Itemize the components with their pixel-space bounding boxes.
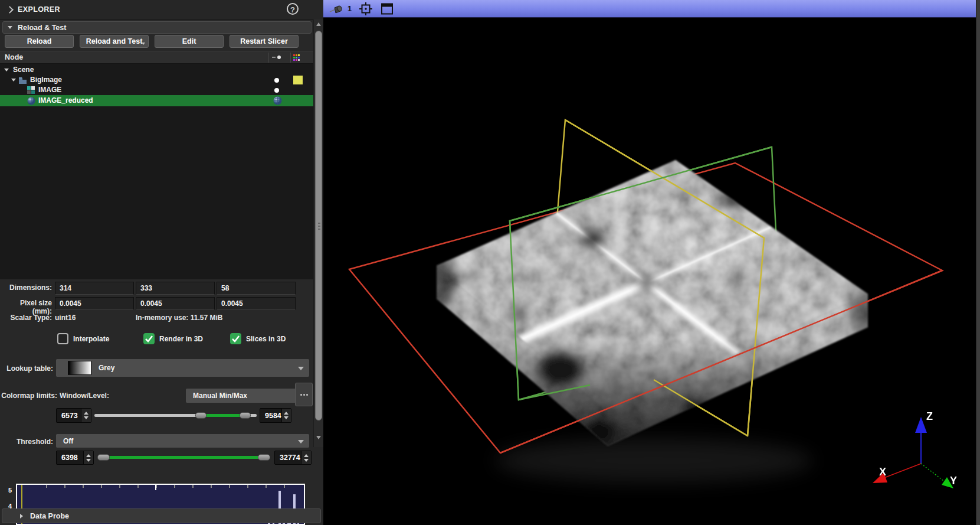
spin-down-icon[interactable]: [84, 416, 89, 419]
dimension-z-field[interactable]: 58: [217, 282, 296, 295]
chevron-down-icon: [298, 367, 304, 370]
spin-buttons[interactable]: [81, 409, 91, 422]
node-color-swatch[interactable]: [293, 76, 303, 84]
window-level-label: Window/Level:: [60, 392, 130, 400]
reload-test-section-header[interactable]: Reload & Test: [2, 21, 312, 34]
panel-title: EXPLORER: [18, 5, 60, 14]
slider-handle-max[interactable]: [258, 454, 270, 461]
slider-active-range[interactable]: [201, 414, 245, 417]
pixel-size-label: Pixel size (mm):: [0, 299, 52, 315]
spin-up-icon[interactable]: [284, 412, 289, 415]
render-in-3d-checkbox[interactable]: [143, 333, 155, 344]
scalar-type-value: uint16: [55, 314, 102, 322]
data-probe-section-header[interactable]: Data Probe: [2, 508, 321, 523]
spin-buttons[interactable]: [281, 409, 291, 422]
expand-triangle-icon: [20, 514, 23, 519]
threshold-mode-combobox[interactable]: Off: [56, 434, 309, 448]
restart-slicer-button[interactable]: Restart Slicer: [230, 35, 299, 48]
reload-button[interactable]: Reload: [5, 35, 74, 48]
more-options-button[interactable]: [295, 383, 313, 406]
pixel-size-z-field[interactable]: 0.0045: [217, 297, 296, 310]
crosshair-icon[interactable]: [359, 2, 373, 16]
node-column-label: Node: [5, 53, 23, 61]
3d-viewport[interactable]: 1: [323, 0, 976, 525]
interpolate-label: Interpolate: [73, 335, 109, 343]
pixel-size-y-field[interactable]: 0.0045: [136, 297, 215, 310]
folder-icon: [18, 76, 27, 84]
scroll-up-icon[interactable]: [316, 22, 321, 26]
lookup-table-label: Lookup table:: [0, 364, 53, 373]
pin-icon[interactable]: [329, 4, 343, 14]
tree-row-bigimage[interactable]: BigImage: [0, 75, 313, 85]
scrollbar-thumb[interactable]: [315, 31, 322, 420]
slices-in-3d-label: Slices in 3D: [246, 335, 286, 343]
window-level-mode-combobox[interactable]: Manual Min/Max: [186, 389, 309, 403]
tree-row-image-reduced-selected[interactable]: IMAGE_reduced: [0, 95, 313, 106]
colormap-limits-label: Colormap limits:: [0, 392, 57, 400]
dropdown-arrow-icon: [142, 43, 145, 45]
explorer-header: EXPLORER ?: [0, 0, 323, 20]
visibility-column-icon[interactable]: [272, 57, 276, 58]
lookup-table-combobox[interactable]: Grey: [56, 359, 309, 377]
dimension-y-field[interactable]: 333: [136, 282, 215, 295]
spin-down-icon[interactable]: [86, 459, 91, 462]
node-tree: Scene BigImage IMAGE: [0, 64, 313, 279]
color-legend-icon[interactable]: [293, 54, 300, 61]
interpolate-checkbox[interactable]: [57, 333, 68, 344]
spin-down-icon[interactable]: [304, 459, 309, 462]
y-axis-label: Y: [950, 475, 957, 487]
spin-up-icon[interactable]: [304, 454, 309, 457]
threshold-max-spinbox[interactable]: 32774: [274, 451, 312, 465]
visibility-column-dot-icon[interactable]: [277, 56, 281, 59]
edit-button[interactable]: Edit: [155, 35, 224, 48]
dimension-x-field[interactable]: 314: [55, 282, 134, 295]
tree-row-image[interactable]: IMAGE: [0, 85, 313, 95]
window-layout-icon[interactable]: [381, 3, 393, 15]
spin-up-icon[interactable]: [86, 454, 91, 457]
expand-chevron-icon[interactable]: [6, 6, 14, 14]
volume-cube-icon: [27, 97, 35, 105]
spin-down-icon[interactable]: [284, 416, 289, 419]
threshold-min-spinbox[interactable]: 6398: [56, 451, 94, 465]
slider-handle-min[interactable]: [97, 454, 110, 461]
slider-active-range[interactable]: [100, 456, 268, 459]
lookup-table-value: Grey: [99, 364, 114, 372]
section-title: Data Probe: [30, 512, 69, 520]
window-level-range-slider[interactable]: [94, 408, 257, 423]
tree-row-scene[interactable]: Scene: [0, 65, 313, 75]
z-axis-label: Z: [926, 410, 933, 422]
slices-in-3d-checkbox[interactable]: [230, 333, 241, 344]
x-axis-label: X: [879, 466, 886, 478]
column-divider: [290, 53, 291, 63]
image-volume-icon: [27, 86, 35, 94]
pixel-size-x-field[interactable]: 0.0045: [55, 297, 134, 310]
threshold-range-slider[interactable]: [97, 451, 271, 465]
visibility-dot-icon[interactable]: [274, 78, 279, 83]
help-icon[interactable]: ?: [287, 3, 299, 15]
expander-icon[interactable]: [4, 69, 9, 71]
window-scrollbar-strip[interactable]: [976, 0, 980, 525]
section-title: Reload & Test: [18, 24, 66, 32]
view-index-label[interactable]: 1: [348, 4, 352, 13]
z-axis-arrow: [915, 417, 927, 433]
slider-handle-max[interactable]: [240, 412, 251, 419]
orientation-axes: Z X Y: [873, 410, 957, 488]
expander-icon[interactable]: [11, 79, 16, 81]
scroll-down-icon[interactable]: [316, 436, 321, 439]
panel-scrollbar[interactable]: [313, 19, 323, 447]
slider-handle-min[interactable]: [195, 412, 207, 419]
window-max-spinbox[interactable]: 9584: [260, 408, 291, 423]
check-icon: [230, 333, 241, 344]
check-icon: [143, 333, 155, 344]
volume-cube-icon[interactable]: [273, 96, 282, 105]
collapse-triangle-icon: [8, 26, 12, 29]
window-min-spinbox[interactable]: 6573: [56, 408, 91, 423]
explorer-panel: EXPLORER ? Reload & Test Reload Reload a…: [0, 0, 323, 525]
visibility-dot-icon[interactable]: [274, 88, 279, 93]
node-tree-header: Node: [0, 51, 313, 64]
3d-scene[interactable]: Z X Y: [323, 18, 976, 525]
spin-buttons[interactable]: [301, 451, 311, 464]
reload-and-test-button[interactable]: Reload and Test: [80, 35, 149, 48]
spin-buttons[interactable]: [83, 451, 93, 464]
spin-up-icon[interactable]: [84, 412, 89, 415]
